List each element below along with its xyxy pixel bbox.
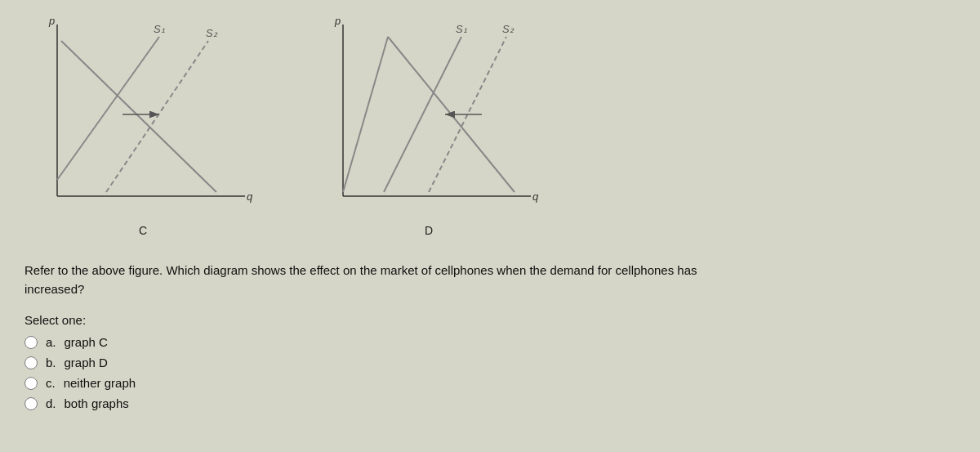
svg-line-4 bbox=[57, 37, 159, 180]
options-container: a. graph C b. graph D c. neither graph d… bbox=[24, 335, 956, 410]
radio-d[interactable] bbox=[24, 397, 38, 410]
svg-text:q: q bbox=[247, 190, 253, 203]
option-d[interactable]: d. both graphs bbox=[24, 396, 956, 410]
option-c-letter: c. bbox=[46, 376, 56, 390]
svg-line-8 bbox=[61, 41, 216, 192]
option-c[interactable]: c. neither graph bbox=[24, 376, 956, 390]
option-b[interactable]: b. graph D bbox=[24, 356, 956, 369]
question-text: Refer to the above figure. Which diagram… bbox=[24, 262, 760, 298]
radio-c[interactable] bbox=[24, 377, 38, 390]
radio-a[interactable] bbox=[24, 336, 38, 349]
graph-d-wrapper: p q S₁ S₂ D bbox=[310, 16, 547, 237]
select-label: Select one: bbox=[24, 313, 956, 327]
svg-text:S₁: S₁ bbox=[456, 23, 467, 35]
graph-d-label: D bbox=[425, 224, 433, 237]
graph-c-wrapper: p q S₁ S₂ C bbox=[24, 16, 261, 237]
radio-b[interactable] bbox=[24, 356, 38, 369]
option-b-text: graph D bbox=[65, 356, 108, 369]
option-a[interactable]: a. graph C bbox=[24, 335, 956, 349]
option-d-text: both graphs bbox=[65, 396, 129, 410]
option-d-letter: d. bbox=[46, 396, 56, 410]
svg-text:p: p bbox=[334, 16, 341, 27]
option-c-text: neither graph bbox=[64, 376, 136, 390]
svg-text:S₁: S₁ bbox=[154, 23, 165, 35]
graph-c-svg: p q S₁ S₂ bbox=[24, 16, 261, 221]
graph-c-label: C bbox=[139, 224, 147, 237]
option-a-letter: a. bbox=[46, 335, 56, 349]
svg-text:p: p bbox=[48, 16, 55, 27]
graphs-container: p q S₁ S₂ C bbox=[24, 16, 956, 237]
svg-line-19 bbox=[343, 37, 388, 192]
option-a-text: graph C bbox=[65, 335, 108, 349]
svg-text:q: q bbox=[532, 190, 539, 203]
option-b-letter: b. bbox=[46, 356, 56, 369]
graph-d-svg: p q S₁ S₂ bbox=[310, 16, 547, 221]
svg-text:S₂: S₂ bbox=[502, 23, 514, 35]
svg-text:S₂: S₂ bbox=[206, 27, 218, 39]
